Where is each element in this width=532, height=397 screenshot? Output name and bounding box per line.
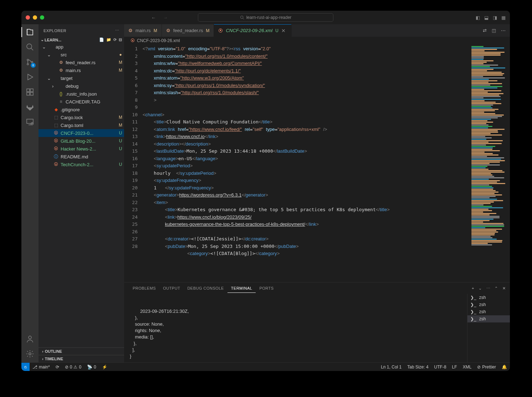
- eol[interactable]: LF: [449, 365, 460, 370]
- chevron-down-icon[interactable]: ⌄: [41, 37, 44, 42]
- panel-tab[interactable]: TERMINAL: [227, 284, 256, 293]
- terminal-list-item[interactable]: ❯_zsh: [467, 301, 510, 308]
- minimize-window-button[interactable]: [33, 15, 37, 20]
- new-terminal-icon[interactable]: +: [472, 286, 474, 291]
- extensions-icon[interactable]: [26, 88, 34, 96]
- svg-point-1: [27, 44, 32, 49]
- terminal-list-item[interactable]: ❯_zsh: [467, 294, 510, 301]
- tree-row[interactable]: ⌄src●: [39, 51, 124, 58]
- remote-button[interactable]: ⎋: [21, 363, 30, 371]
- panel-more-icon[interactable]: ⋯: [486, 286, 491, 291]
- compare-icon[interactable]: ⇄: [483, 28, 487, 33]
- layout-sidebar-icon[interactable]: ◨: [493, 15, 497, 20]
- file-tree: ⌄app⌄src●⚙feed_reader.rsM⚙main.rsM⌄targe…: [39, 43, 124, 347]
- panel-close-icon[interactable]: ✕: [502, 286, 506, 291]
- new-folder-icon[interactable]: 📁: [106, 37, 111, 42]
- close-window-button[interactable]: [26, 15, 30, 20]
- tree-row[interactable]: {}.rustc_info.json: [39, 90, 124, 98]
- collapse-icon[interactable]: ⊟: [119, 37, 122, 42]
- sidebar-more-icon[interactable]: ⋯: [115, 28, 119, 33]
- language-mode[interactable]: XML: [460, 365, 475, 370]
- editor-tab[interactable]: ⦿CNCF-2023-09-26.xmlU✕: [214, 24, 291, 37]
- maximize-window-button[interactable]: [40, 15, 44, 20]
- sidebar-title: EXPLORER: [44, 29, 66, 33]
- tree-row[interactable]: ⚙feed_reader.rsM: [39, 58, 124, 66]
- tree-row[interactable]: ⦿GitLab Blog-20...U: [39, 137, 124, 145]
- svg-rect-6: [30, 89, 33, 92]
- refresh-icon[interactable]: ⟳: [113, 37, 117, 42]
- project-name: LEARN...: [45, 38, 61, 42]
- tree-row[interactable]: ◆.gitignore: [39, 106, 124, 113]
- settings-gear-icon[interactable]: [26, 350, 34, 358]
- panel-tab[interactable]: OUTPUT: [159, 284, 184, 292]
- terminal-list: ❯_zsh❯_zsh❯_zsh❯_zsh: [467, 294, 510, 362]
- tree-row[interactable]: ⬚Cargo.lockM: [39, 113, 124, 121]
- encoding[interactable]: UTF-8: [431, 365, 449, 370]
- panel-tab[interactable]: DEBUG CONSOLE: [184, 284, 227, 292]
- tree-row[interactable]: ⦿Hacker News-2...U: [39, 145, 124, 153]
- explorer-icon[interactable]: [26, 28, 34, 36]
- svg-point-3: [27, 63, 29, 65]
- terminal-dropdown-icon[interactable]: ⌄: [479, 286, 482, 291]
- tree-row[interactable]: ⚙main.rsM: [39, 66, 124, 74]
- terminal-icon: ❯_: [470, 316, 476, 321]
- svg-rect-5: [27, 89, 30, 92]
- tree-row[interactable]: ⦿CNCF-2023-0...U: [39, 129, 124, 137]
- editor-tab[interactable]: ⚙main.rsM: [124, 24, 162, 37]
- svg-point-12: [29, 353, 31, 355]
- nav-back-icon[interactable]: ←: [151, 15, 156, 20]
- panel-tab[interactable]: PORTS: [256, 284, 277, 292]
- new-file-icon[interactable]: 📄: [99, 37, 104, 42]
- cursor-position[interactable]: Ln 1, Col 1: [378, 365, 404, 370]
- nav-forward-icon[interactable]: →: [163, 15, 168, 20]
- accounts-icon[interactable]: [26, 335, 34, 343]
- timeline-section[interactable]: ›TIMELINE: [39, 355, 124, 362]
- ports-status[interactable]: 📡 0: [84, 365, 99, 370]
- tab-close-icon[interactable]: ✕: [281, 28, 287, 34]
- editor-tabs: ⚙main.rsM⚙feed_reader.rsM⦿CNCF-2023-09-2…: [124, 24, 510, 37]
- tab-size[interactable]: Tab Size: 4: [404, 365, 431, 370]
- run-debug-icon[interactable]: [26, 73, 34, 81]
- branch-status[interactable]: ⎇ main*: [30, 365, 53, 370]
- command-center-search[interactable]: learn-rust-ai-app-reader: [198, 13, 333, 22]
- svg-point-11: [29, 336, 31, 339]
- remote-explorer-icon[interactable]: [26, 118, 34, 126]
- activity-bar: 8: [21, 24, 39, 362]
- notifications-icon[interactable]: 🔔: [499, 365, 510, 370]
- tree-row[interactable]: ⓘREADME.md: [39, 153, 124, 161]
- editor-gutter: 1234567891011121314151617181920212223242…: [124, 45, 143, 282]
- editor-tab[interactable]: ⚙feed_reader.rsM: [162, 24, 214, 37]
- gitlab-icon[interactable]: [26, 103, 34, 111]
- panel-maximize-icon[interactable]: ⌃: [495, 286, 498, 291]
- problems-status[interactable]: ⊘ 0 ⚠ 0: [62, 365, 84, 370]
- outline-section[interactable]: ›OUTLINE: [39, 347, 124, 355]
- search-icon[interactable]: [26, 43, 34, 51]
- terminal-list-item[interactable]: ❯_zsh: [467, 315, 510, 322]
- tree-row[interactable]: ≡CACHEDIR.TAG: [39, 98, 124, 106]
- minimap[interactable]: [471, 45, 510, 282]
- sync-status[interactable]: ⟳: [53, 365, 62, 370]
- tab-more-icon[interactable]: ⋯: [501, 28, 506, 33]
- terminal-output[interactable]: 2023-09-26T16:21:30Z, ), source: None, r…: [124, 294, 467, 362]
- terminal-icon: ❯_: [470, 295, 476, 300]
- live-share-icon[interactable]: ⚡: [99, 365, 110, 370]
- tree-row[interactable]: ⬚Cargo.tomlM: [39, 121, 124, 129]
- breadcrumb[interactable]: CNCF-2023-09-26.xml: [137, 38, 180, 43]
- source-control-icon[interactable]: 8: [26, 58, 34, 66]
- split-editor-icon[interactable]: ◫: [492, 28, 496, 33]
- panel-tab[interactable]: PROBLEMS: [129, 284, 159, 292]
- layout-panel-icon[interactable]: ⬓: [484, 15, 488, 20]
- layout-customize-icon[interactable]: ▦: [501, 15, 506, 20]
- rss-icon: ⦿: [131, 38, 135, 43]
- title-bar: ← → learn-rust-ai-app-reader ◧ ⬓ ◨ ▦: [21, 11, 510, 24]
- terminal-list-item[interactable]: ❯_zsh: [467, 308, 510, 315]
- tree-row[interactable]: ›debug: [39, 82, 124, 90]
- svg-point-0: [240, 16, 243, 19]
- traffic-lights: [26, 15, 44, 20]
- tree-row[interactable]: ⌄app: [39, 43, 124, 51]
- tree-row[interactable]: ⦿TechCrunch-2...U: [39, 161, 124, 168]
- tree-row[interactable]: ⌄target: [39, 74, 124, 82]
- layout-toggle-icon[interactable]: ◧: [476, 15, 480, 20]
- editor-content[interactable]: <?xml version="1.0" encoding="UTF-8"?><r…: [143, 45, 471, 282]
- prettier-status[interactable]: ⊘ Prettier: [474, 365, 499, 370]
